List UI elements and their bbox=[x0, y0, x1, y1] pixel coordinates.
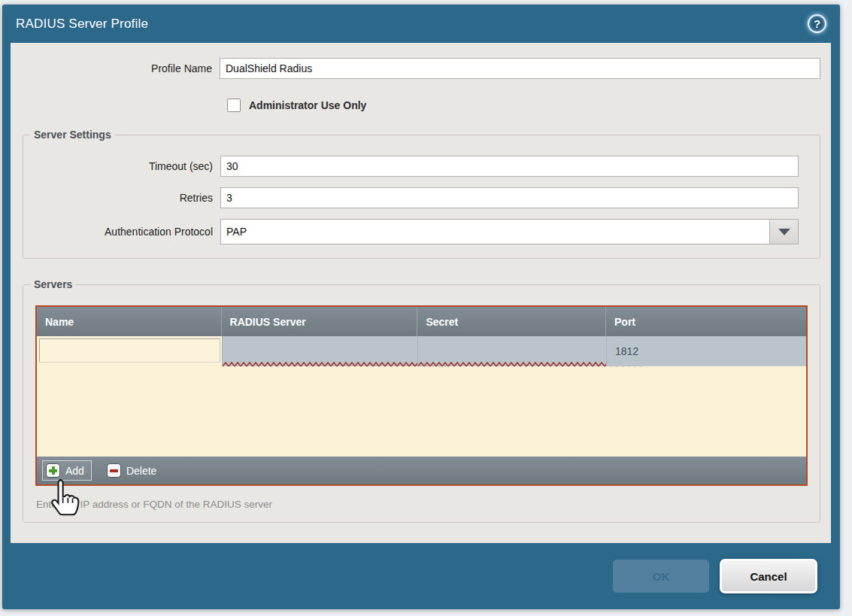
ok-button[interactable]: OK bbox=[613, 560, 709, 593]
auth-protocol-label: Authentication Protocol bbox=[23, 226, 220, 238]
dialog-content: Profile Name Administrator Use Only Serv… bbox=[11, 43, 831, 543]
column-header-secret[interactable]: Secret bbox=[417, 307, 606, 336]
chevron-down-icon bbox=[778, 229, 790, 235]
profile-name-label: Profile Name bbox=[11, 62, 220, 74]
column-header-port[interactable]: Port bbox=[606, 307, 806, 336]
profile-name-input[interactable] bbox=[220, 58, 820, 79]
delete-button-label: Delete bbox=[126, 465, 156, 477]
auth-protocol-input[interactable] bbox=[220, 219, 769, 244]
retries-input[interactable] bbox=[220, 187, 799, 208]
helper-text: Enter the IP address or FQDN of the RADI… bbox=[36, 499, 820, 510]
retries-row: Retries bbox=[23, 187, 809, 208]
column-header-name[interactable]: Name bbox=[37, 307, 222, 336]
port-cell[interactable]: 1812 bbox=[606, 336, 806, 366]
auth-protocol-row: Authentication Protocol bbox=[23, 219, 809, 244]
help-icon[interactable]: ? bbox=[808, 14, 826, 33]
servers-legend: Servers bbox=[30, 278, 76, 290]
timeout-label: Timeout (sec) bbox=[23, 160, 220, 172]
validation-squiggle-icon bbox=[223, 362, 448, 367]
delete-button[interactable]: Delete bbox=[104, 461, 163, 480]
retries-label: Retries bbox=[23, 192, 220, 204]
servers-fieldset: Servers Name RADIUS Server Secret Port bbox=[23, 278, 820, 523]
cancel-button[interactable]: Cancel bbox=[720, 559, 817, 593]
servers-table-header: Name RADIUS Server Secret Port bbox=[37, 307, 806, 336]
admin-use-only-row: Administrator Use Only bbox=[227, 99, 831, 112]
server-settings-legend: Server Settings bbox=[30, 129, 115, 141]
delete-minus-icon bbox=[107, 463, 121, 478]
table-row: 1812 bbox=[37, 336, 806, 366]
add-button[interactable]: Add bbox=[42, 460, 92, 481]
column-header-radius-server[interactable]: RADIUS Server bbox=[222, 307, 418, 336]
radius-server-profile-dialog: RADIUS Server Profile ? Profile Name Adm… bbox=[2, 5, 840, 609]
table-empty-area bbox=[37, 366, 806, 457]
server-name-input[interactable] bbox=[39, 338, 220, 363]
servers-table: Name RADIUS Server Secret Port bbox=[35, 305, 808, 486]
auth-protocol-dropdown-button[interactable] bbox=[769, 219, 799, 244]
admin-use-only-label: Administrator Use Only bbox=[249, 99, 366, 111]
dialog-footer: OK Cancel bbox=[2, 543, 840, 609]
server-name-cell bbox=[37, 336, 222, 366]
add-button-label: Add bbox=[65, 465, 84, 477]
servers-table-toolbar: Add Delete bbox=[37, 457, 806, 484]
profile-name-row: Profile Name bbox=[11, 58, 820, 79]
server-settings-fieldset: Server Settings Timeout (sec) Retries Au… bbox=[23, 129, 820, 259]
timeout-row: Timeout (sec) bbox=[23, 156, 809, 177]
secret-cell-invalid[interactable] bbox=[417, 336, 606, 366]
radius-server-cell-invalid[interactable] bbox=[222, 336, 418, 366]
dialog-titlebar: RADIUS Server Profile ? bbox=[2, 5, 840, 43]
timeout-input[interactable] bbox=[220, 156, 799, 177]
dialog-title: RADIUS Server Profile bbox=[16, 17, 148, 32]
admin-use-only-checkbox[interactable] bbox=[227, 99, 241, 112]
add-plus-icon bbox=[46, 463, 60, 478]
auth-protocol-combo bbox=[220, 219, 799, 244]
